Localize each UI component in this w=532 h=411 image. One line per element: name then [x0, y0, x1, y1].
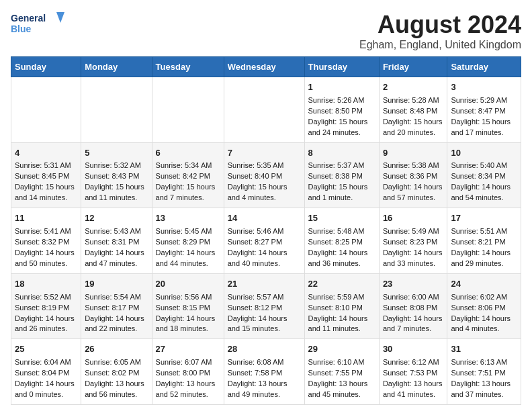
calendar-week-row: 4Sunrise: 5:31 AMSunset: 8:45 PMDaylight… [11, 142, 521, 208]
sunrise-text: Sunrise: 5:35 AM [228, 161, 284, 169]
sunrise-text: Sunrise: 5:57 AM [228, 293, 284, 301]
calendar-cell [224, 77, 304, 143]
svg-marker-2 [56, 12, 64, 23]
day-number: 18 [15, 278, 77, 291]
sunrise-text: Sunrise: 6:05 AM [85, 358, 141, 366]
sunset-text: Sunset: 8:50 PM [308, 107, 363, 115]
day-number: 21 [228, 278, 301, 291]
day-number: 11 [15, 212, 77, 225]
calendar-cell [81, 77, 152, 143]
sunset-text: Sunset: 7:58 PM [228, 369, 282, 377]
sunset-text: Sunset: 8:36 PM [383, 172, 437, 180]
sunrise-text: Sunrise: 6:04 AM [15, 358, 71, 366]
calendar-cell: 11Sunrise: 5:41 AMSunset: 8:32 PMDayligh… [11, 208, 81, 274]
sunrise-text: Sunrise: 5:40 AM [451, 161, 507, 169]
daylight-text: Daylight: 14 hours and 57 minutes. [383, 183, 443, 201]
calendar-week-row: 18Sunrise: 5:52 AMSunset: 8:19 PMDayligh… [11, 273, 521, 339]
calendar-week-row: 25Sunrise: 6:04 AMSunset: 8:04 PMDayligh… [11, 339, 521, 405]
sunrise-text: Sunrise: 5:32 AM [85, 161, 141, 169]
sunrise-text: Sunrise: 5:54 AM [85, 293, 141, 301]
day-number: 20 [156, 278, 220, 291]
sunset-text: Sunset: 8:23 PM [383, 238, 437, 246]
sunset-text: Sunset: 8:43 PM [85, 172, 139, 180]
daylight-text: Daylight: 14 hours and 7 minutes. [383, 314, 443, 333]
calendar-week-row: 11Sunrise: 5:41 AMSunset: 8:32 PMDayligh… [11, 208, 521, 274]
day-number: 6 [156, 147, 220, 160]
daylight-text: Daylight: 14 hours and 50 minutes. [15, 248, 75, 267]
sunrise-text: Sunrise: 5:38 AM [383, 161, 439, 169]
col-header-wednesday: Wednesday [224, 57, 304, 77]
calendar-cell: 14Sunrise: 5:46 AMSunset: 8:27 PMDayligh… [224, 208, 304, 274]
col-header-tuesday: Tuesday [152, 57, 224, 77]
sunset-text: Sunset: 8:17 PM [85, 304, 139, 312]
daylight-text: Daylight: 14 hours and 26 minutes. [15, 314, 75, 333]
calendar-cell: 25Sunrise: 6:04 AMSunset: 8:04 PMDayligh… [11, 339, 81, 405]
day-number: 19 [85, 278, 148, 291]
sunrise-text: Sunrise: 5:49 AM [383, 227, 439, 235]
day-number: 26 [85, 343, 148, 356]
svg-text:Blue: Blue [11, 24, 32, 34]
daylight-text: Daylight: 13 hours and 52 minutes. [156, 379, 216, 398]
sunset-text: Sunset: 8:32 PM [15, 238, 69, 246]
col-header-thursday: Thursday [304, 57, 379, 77]
daylight-text: Daylight: 15 hours and 24 minutes. [308, 118, 368, 136]
day-number: 25 [15, 343, 77, 356]
daylight-text: Daylight: 13 hours and 45 minutes. [308, 379, 368, 398]
daylight-text: Daylight: 14 hours and 15 minutes. [228, 314, 287, 333]
day-number: 27 [156, 343, 220, 356]
daylight-text: Daylight: 14 hours and 4 minutes. [451, 314, 511, 333]
calendar-cell: 6Sunrise: 5:34 AMSunset: 8:42 PMDaylight… [152, 142, 224, 208]
sunset-text: Sunset: 7:53 PM [383, 369, 437, 377]
sunset-text: Sunset: 8:12 PM [228, 304, 282, 312]
daylight-text: Daylight: 15 hours and 17 minutes. [451, 118, 511, 136]
calendar-cell: 28Sunrise: 6:08 AMSunset: 7:58 PMDayligh… [224, 339, 304, 405]
sunrise-text: Sunrise: 5:56 AM [156, 293, 212, 301]
header: General Blue August 2024 Egham, England,… [11, 11, 521, 51]
sunset-text: Sunset: 8:38 PM [308, 172, 363, 180]
daylight-text: Daylight: 14 hours and 11 minutes. [308, 314, 368, 333]
calendar-table: SundayMondayTuesdayWednesdayThursdayFrid… [11, 56, 521, 405]
calendar-cell: 23Sunrise: 6:00 AMSunset: 8:08 PMDayligh… [379, 273, 447, 339]
daylight-text: Daylight: 14 hours and 54 minutes. [451, 183, 511, 201]
sunset-text: Sunset: 8:02 PM [85, 369, 139, 377]
daylight-text: Daylight: 13 hours and 37 minutes. [451, 379, 511, 398]
daylight-text: Daylight: 15 hours and 4 minutes. [228, 183, 287, 201]
day-number: 13 [156, 212, 220, 225]
daylight-text: Daylight: 14 hours and 33 minutes. [383, 248, 443, 267]
calendar-cell: 12Sunrise: 5:43 AMSunset: 8:31 PMDayligh… [81, 208, 152, 274]
calendar-cell: 13Sunrise: 5:45 AMSunset: 8:29 PMDayligh… [152, 208, 224, 274]
sunrise-text: Sunrise: 5:31 AM [15, 161, 71, 169]
sunset-text: Sunset: 8:34 PM [451, 172, 505, 180]
calendar-cell: 16Sunrise: 5:49 AMSunset: 8:23 PMDayligh… [379, 208, 447, 274]
calendar-cell: 27Sunrise: 6:07 AMSunset: 8:00 PMDayligh… [152, 339, 224, 405]
calendar-week-row: 1Sunrise: 5:26 AMSunset: 8:50 PMDaylight… [11, 77, 521, 143]
day-number: 14 [228, 212, 301, 225]
calendar-cell [152, 77, 224, 143]
svg-text:General: General [11, 13, 46, 24]
sunset-text: Sunset: 8:04 PM [15, 369, 69, 377]
calendar-cell: 21Sunrise: 5:57 AMSunset: 8:12 PMDayligh… [224, 273, 304, 339]
sunrise-text: Sunrise: 5:41 AM [15, 227, 71, 235]
day-number: 12 [85, 212, 148, 225]
day-number: 24 [451, 278, 517, 291]
day-number: 29 [308, 343, 375, 356]
calendar-cell: 3Sunrise: 5:29 AMSunset: 8:47 PMDaylight… [447, 77, 521, 143]
sunrise-text: Sunrise: 5:46 AM [228, 227, 284, 235]
day-number: 2 [383, 81, 444, 94]
daylight-text: Daylight: 13 hours and 56 minutes. [85, 379, 144, 398]
logo-svg: General Blue [11, 11, 64, 40]
sunrise-text: Sunrise: 5:43 AM [85, 227, 141, 235]
daylight-text: Daylight: 14 hours and 22 minutes. [85, 314, 144, 333]
sunset-text: Sunset: 8:19 PM [15, 304, 69, 312]
sunset-text: Sunset: 8:45 PM [15, 172, 69, 180]
sunset-text: Sunset: 8:47 PM [451, 107, 505, 115]
calendar-cell: 5Sunrise: 5:32 AMSunset: 8:43 PMDaylight… [81, 142, 152, 208]
sunset-text: Sunset: 8:21 PM [451, 238, 505, 246]
sunset-text: Sunset: 8:10 PM [308, 304, 363, 312]
title-area: August 2024 Egham, England, United Kingd… [359, 11, 521, 51]
calendar-cell: 9Sunrise: 5:38 AMSunset: 8:36 PMDaylight… [379, 142, 447, 208]
day-number: 7 [228, 147, 301, 160]
sunrise-text: Sunrise: 5:59 AM [308, 293, 365, 301]
day-number: 30 [383, 343, 444, 356]
day-number: 10 [451, 147, 517, 160]
